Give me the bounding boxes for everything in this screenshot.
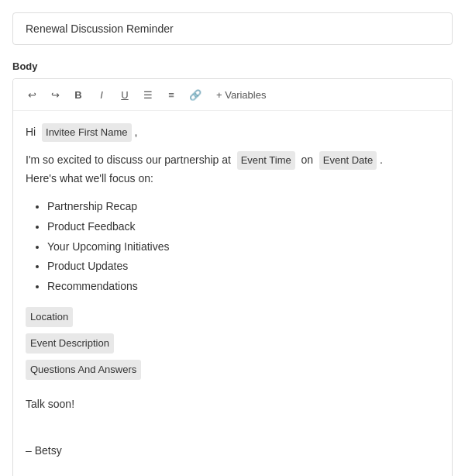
variables-label: + Variables: [216, 89, 266, 101]
italic-icon: I: [100, 89, 103, 101]
ordered-list-button[interactable]: ≡: [162, 85, 181, 104]
editor-container: ↩ ↪ B I U ☰ ≡ 🔗 + Variables Hi I: [12, 78, 453, 476]
unordered-list-button[interactable]: ☰: [139, 85, 157, 104]
editor-body[interactable]: Hi Invitee First Name , I'm so excited t…: [13, 111, 452, 476]
variables-button[interactable]: + Variables: [210, 87, 272, 103]
redo-icon: ↪: [51, 89, 60, 101]
sign-off-line2: – Betsy: [26, 442, 439, 460]
list-item: Partnership Recap: [47, 198, 439, 216]
sign-off: Talk soon! – Betsy: [26, 395, 439, 460]
unordered-list-icon: ☰: [143, 89, 153, 101]
link-button[interactable]: 🔗: [185, 85, 205, 104]
event-description-line: Event Description: [26, 333, 439, 357]
undo-button[interactable]: ↩: [22, 85, 41, 104]
ordered-list-icon: ≡: [168, 89, 174, 101]
line1-middle: on: [301, 153, 314, 166]
underline-icon: U: [121, 89, 128, 101]
bold-button[interactable]: B: [69, 85, 88, 104]
link-icon: 🔗: [189, 89, 202, 101]
greeting-prefix: Hi: [26, 126, 36, 138]
list-item: Product Updates: [47, 257, 439, 276]
main-sentence: I'm so excited to discuss our partnershi…: [26, 151, 439, 188]
line1-suffix: .: [380, 153, 383, 166]
focus-list: Partnership Recap Product Feedback Your …: [26, 198, 439, 296]
list-item: Recommendations: [47, 278, 439, 296]
list-item: Product Feedback: [47, 218, 439, 236]
sign-off-line1: Talk soon!: [26, 395, 439, 414]
line2: Here's what we'll focus on:: [26, 172, 153, 185]
line1-prefix: I'm so excited to discuss our partnershi…: [26, 153, 231, 166]
questions-line: Questions And Answers: [26, 360, 439, 383]
italic-button[interactable]: I: [92, 85, 111, 104]
questions-tag: Questions And Answers: [26, 360, 141, 380]
event-time-tag: Event Time: [237, 151, 295, 170]
editor-toolbar: ↩ ↪ B I U ☰ ≡ 🔗 + Variables: [13, 79, 452, 111]
redo-button[interactable]: ↪: [46, 85, 64, 104]
undo-icon: ↩: [28, 89, 36, 101]
bold-icon: B: [74, 89, 81, 101]
underline-button[interactable]: U: [115, 85, 134, 104]
location-tag: Location: [26, 307, 73, 327]
greeting-line: Hi Invitee First Name ,: [26, 123, 439, 142]
greeting-suffix: ,: [134, 126, 137, 138]
event-description-tag: Event Description: [26, 333, 114, 354]
invitee-name-tag: Invitee First Name: [42, 123, 131, 142]
location-line: Location: [26, 307, 439, 330]
subject-value: Renewal Discussion Reminder: [26, 22, 174, 35]
event-date-tag: Event Date: [319, 151, 377, 170]
list-item: Your Upcoming Initiatives: [47, 238, 439, 257]
body-label: Body: [12, 60, 453, 72]
subject-field: Renewal Discussion Reminder: [12, 12, 453, 45]
